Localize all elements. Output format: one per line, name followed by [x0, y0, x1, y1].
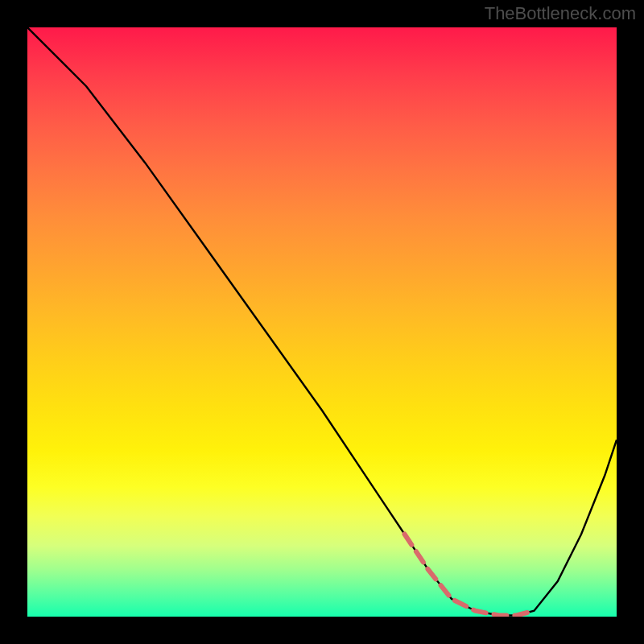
plot-area	[27, 27, 617, 617]
watermark-text: TheBottleneck.com	[485, 3, 636, 24]
gradient-background	[27, 27, 617, 617]
